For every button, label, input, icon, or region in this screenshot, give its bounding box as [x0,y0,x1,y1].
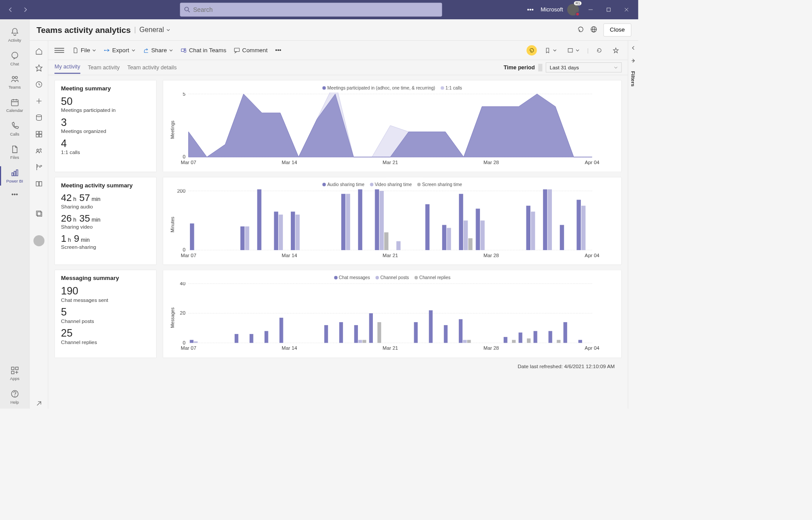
card-messaging-summary: Messaging summary 190Chat messages sent … [54,270,157,358]
last-refreshed-label: Date last refreshed: 4/6/2021 12:10:09 A… [54,363,622,369]
refresh-button[interactable] [594,45,605,56]
svg-point-33 [36,149,38,151]
svg-rect-89 [543,189,547,250]
forward-button[interactable] [18,3,32,16]
svg-rect-87 [526,206,531,250]
svg-rect-29 [36,131,39,134]
svg-rect-67 [257,189,261,250]
svg-text:Mar 28: Mar 28 [483,160,499,165]
reload-tab-button[interactable] [577,26,584,34]
favorite-button[interactable] [610,45,622,56]
export-menu[interactable]: Export [101,45,138,56]
search-box[interactable] [180,3,442,16]
time-period-dropdown[interactable]: Last 31 days [546,62,622,72]
share-icon [143,47,149,53]
rail-apps[interactable]: Apps [0,362,29,385]
rail-calls[interactable]: Calls [0,117,29,140]
svg-rect-32 [39,134,42,137]
nav-apps[interactable] [34,129,44,140]
svg-text:Mar 07: Mar 07 [181,253,196,258]
report-tabs: My activity Team activity Team activity … [48,60,628,75]
nav-favorites[interactable] [34,63,44,73]
file-menu[interactable]: File [70,45,99,56]
svg-point-28 [36,115,42,117]
close-tab-button[interactable]: Close [603,23,631,36]
window-close-button[interactable] [618,2,636,18]
tab-header: Teams activity analytics | General Close [30,19,638,41]
tab-my-activity[interactable]: My activity [54,61,80,74]
svg-text:Mar 07: Mar 07 [181,160,196,165]
rail-help[interactable]: Help [0,385,29,409]
chat-in-teams-button[interactable]: Chat in Teams [178,45,229,56]
comment-button[interactable]: Comment [231,45,270,56]
svg-rect-125 [512,340,516,343]
svg-rect-69 [279,215,283,250]
nav-shared[interactable] [34,146,44,156]
svg-rect-17 [15,367,18,370]
view-menu[interactable] [565,45,583,56]
nav-create[interactable] [34,96,44,107]
nav-popout[interactable] [34,398,44,409]
svg-rect-73 [346,194,351,250]
rail-more[interactable]: ••• [0,188,29,201]
search-input[interactable] [193,6,273,14]
reset-button[interactable] [526,45,537,56]
svg-text:Mar 28: Mar 28 [483,253,499,258]
avatar[interactable]: R1 [567,4,579,16]
nav-datasets[interactable] [34,112,44,123]
rail-teams[interactable]: Teams [0,70,29,93]
svg-text:0: 0 [182,340,185,345]
svg-rect-121 [459,319,463,343]
nav-goals[interactable] [34,162,44,172]
window-minimize-button[interactable] [582,2,600,18]
workspace-avatar[interactable] [33,235,44,246]
website-button[interactable] [590,26,597,34]
window-maximize-button[interactable] [600,2,618,18]
filters-expand-button[interactable] [631,46,636,52]
svg-point-39 [104,50,105,50]
svg-rect-119 [429,310,433,343]
chevron-down-icon [553,47,557,53]
rail-activity[interactable]: Activity [0,23,29,47]
svg-rect-79 [426,204,430,250]
svg-rect-14 [14,171,15,176]
nav-learn[interactable] [34,179,44,189]
title-bar: ••• Microsoft R1 [0,0,638,19]
tab-team-activity[interactable]: Team activity [88,61,120,73]
bookmark-menu[interactable] [542,45,560,56]
tab-team-activity-details[interactable]: Team activity details [127,61,177,73]
svg-rect-109 [265,331,268,343]
svg-point-42 [184,48,186,50]
svg-rect-112 [339,322,343,343]
more-options-button[interactable]: ••• [523,2,538,18]
svg-rect-64 [190,223,194,250]
share-menu[interactable]: Share [140,45,176,56]
nav-recent[interactable] [34,79,44,90]
rail-powerbi[interactable]: Power BI [0,164,29,187]
svg-point-34 [39,149,41,151]
svg-rect-9 [11,100,18,106]
page-title: Teams activity analytics [36,25,131,35]
channel-dropdown[interactable]: General [140,26,171,34]
svg-line-37 [37,402,41,405]
nav-home[interactable] [34,46,44,57]
teams-icon [181,47,187,53]
toolbar-more[interactable]: ••• [272,45,284,56]
svg-text:Mar 21: Mar 21 [383,345,398,351]
svg-rect-3 [607,8,610,11]
svg-rect-78 [397,241,401,250]
svg-text:Mar 21: Mar 21 [383,160,398,165]
nav-workspaces[interactable] [34,208,44,219]
rail-chat[interactable]: Chat [0,47,29,70]
rail-calendar[interactable]: Calendar [0,94,29,117]
rail-files[interactable]: Files [0,141,29,164]
view-icon [567,47,573,53]
hamburger-button[interactable] [54,45,64,55]
svg-text:20: 20 [180,311,186,316]
svg-rect-116 [369,313,373,343]
filters-label: Filters [630,71,636,86]
refresh-icon [596,47,602,53]
svg-rect-16 [11,367,14,370]
back-button[interactable] [4,3,17,16]
chevron-down-icon [92,47,96,53]
